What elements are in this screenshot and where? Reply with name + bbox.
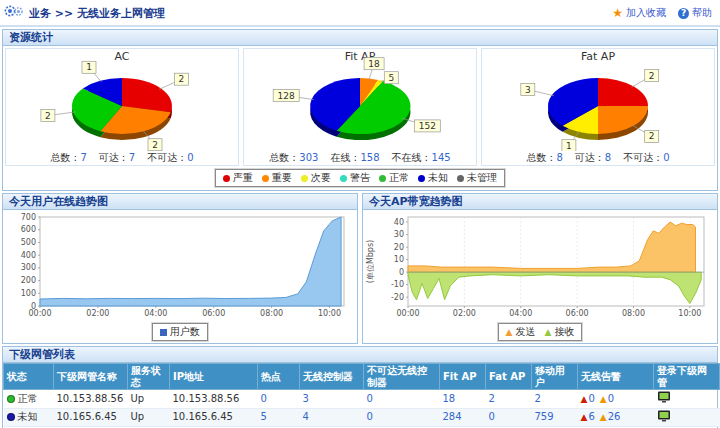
breadcrumb[interactable]: 业务 >> 无线业务上网管理 — [29, 6, 165, 21]
fit-ap-count-cell[interactable]: 284 — [440, 408, 486, 427]
star-icon: ★ — [612, 8, 623, 18]
pie-charts-row: AC2221总数：7可达：7不可达：0Fit AP185152128总数：303… — [3, 46, 717, 168]
svg-text:06:00: 06:00 — [566, 309, 589, 318]
user-online-trend-panel: 今天用户在线趋势图 010020030040050060070000:0002:… — [2, 193, 358, 344]
svg-text:04:00: 04:00 — [509, 309, 532, 318]
legend-item: 次要 — [301, 171, 331, 185]
svg-text:100: 100 — [21, 289, 36, 298]
column-header: 热点 — [258, 364, 300, 390]
svg-text:200: 200 — [21, 276, 36, 285]
svg-text:600: 600 — [21, 225, 36, 234]
svg-text:08:00: 08:00 — [260, 309, 283, 318]
svg-text:1: 1 — [566, 141, 572, 151]
top-links: ★ 加入收藏 ? 帮助 — [612, 6, 712, 20]
svg-text:(单位Mbps): (单位Mbps) — [366, 240, 375, 283]
svg-text:300: 300 — [21, 263, 36, 272]
legend-item: 警告 — [340, 171, 370, 185]
top-navigation-bar: 业务 >> 无线业务上网管理 ★ 加入收藏 ? 帮助 — [0, 0, 720, 27]
pie-summary: 总数：8可达：8不可达：0 — [482, 151, 714, 165]
wireless-alarm-cell[interactable]: ▲6▲26 — [578, 408, 654, 427]
svg-text:152: 152 — [419, 121, 436, 131]
add-favorite-link[interactable]: ★ 加入收藏 — [612, 6, 666, 20]
svg-text:1: 1 — [86, 62, 92, 72]
subordinate-nms-title: 下级网管列表 — [3, 347, 717, 363]
hotspot-count-cell[interactable]: 5 — [258, 408, 300, 427]
legend-dot — [379, 175, 386, 182]
wireless-alarm-cell[interactable]: ▲0▲0 — [578, 390, 654, 409]
unreachable-ac-count-cell[interactable]: 0 — [364, 408, 440, 427]
fat-ap-count-cell[interactable]: 0 — [486, 408, 532, 427]
fat-ap-count-cell[interactable]: 2 — [486, 390, 532, 409]
svg-text:10: 10 — [394, 255, 404, 264]
hotspot-count-cell[interactable]: 0 — [258, 390, 300, 409]
bandwidth-legend: ▲发送▲接收 — [498, 323, 583, 341]
column-header: 无线控制器 — [300, 364, 364, 390]
column-header: Fit AP — [440, 364, 486, 390]
help-label: 帮助 — [692, 6, 712, 20]
fit-ap-count-cell[interactable]: 18 — [440, 390, 486, 409]
svg-text:00:00: 00:00 — [28, 309, 51, 318]
pie-summary: 总数：303在线：158不在线：145 — [244, 151, 476, 165]
major-alarm-icon: ▲ — [600, 412, 607, 422]
status-dot-icon — [7, 413, 15, 421]
mobile-user-count-cell[interactable]: 759 — [532, 408, 578, 427]
ip-address-cell: 10.165.6.45 — [170, 408, 258, 427]
resource-statistics-panel: 资源统计 AC2221总数：7可达：7不可达：0Fit AP185152128总… — [2, 29, 718, 191]
status-legend: 严重重要次要警告正常未知未管理 — [215, 169, 505, 187]
svg-text:5: 5 — [388, 73, 394, 83]
login-nms-cell — [654, 408, 720, 427]
legend-item: 严重 — [223, 171, 253, 185]
column-header: Fat AP — [486, 364, 532, 390]
pie-summary: 总数：7可达：7不可达：0 — [6, 151, 238, 165]
unreachable-ac-count-cell[interactable]: 0 — [364, 390, 440, 409]
svg-text:128: 128 — [278, 91, 295, 101]
column-header: 下级网管名称 — [54, 364, 128, 390]
svg-text:10:00: 10:00 — [318, 309, 341, 318]
svg-text:20: 20 — [394, 243, 404, 252]
mobile-user-count-cell[interactable]: 2 — [532, 390, 578, 409]
svg-text:500: 500 — [21, 238, 36, 247]
login-nms-icon[interactable] — [657, 413, 671, 424]
status-cell: 正常 — [4, 390, 54, 409]
svg-text:06:00: 06:00 — [202, 309, 225, 318]
svg-text:40: 40 — [394, 218, 404, 227]
help-icon: ? — [678, 8, 689, 19]
svg-text:2: 2 — [179, 74, 185, 84]
user-online-trend-chart: 010020030040050060070000:0002:0004:0006:… — [4, 211, 356, 323]
ap-bandwidth-trend-chart: -20-1001020304000:0002:0004:0006:0008:00… — [364, 211, 716, 323]
subordinate-nms-table: 状态下级网管名称服务状态IP地址热点无线控制器不可达无线控制器Fit APFat… — [3, 363, 720, 428]
critical-alarm-icon: ▲ — [581, 394, 588, 404]
column-header: IP地址 — [170, 364, 258, 390]
legend-dot — [340, 175, 347, 182]
svg-text:08:00: 08:00 — [622, 309, 645, 318]
column-header: 登录下级网管 — [654, 364, 720, 390]
service-status-cell: Up — [128, 408, 170, 427]
ac-count-cell[interactable]: 4 — [300, 408, 364, 427]
svg-text:2: 2 — [45, 111, 51, 121]
legend-item: ▲接收 — [545, 325, 575, 339]
nms-name-cell[interactable]: 10.153.88.56 — [54, 390, 128, 409]
svg-text:2: 2 — [152, 140, 158, 150]
svg-text:Fat AP: Fat AP — [581, 50, 615, 63]
column-header: 服务状态 — [128, 364, 170, 390]
help-link[interactable]: ? 帮助 — [678, 6, 712, 20]
svg-text:AC: AC — [114, 50, 129, 63]
svg-text:02:00: 02:00 — [86, 309, 109, 318]
table-row: 正常10.153.88.56Up10.153.88.560301822▲0▲0 — [4, 390, 720, 409]
nms-name-cell[interactable]: 10.165.6.45 — [54, 408, 128, 427]
user-trend-legend: 用户数 — [152, 323, 208, 341]
ac-count-cell[interactable]: 3 — [300, 390, 364, 409]
critical-alarm-icon: ▲ — [581, 412, 588, 422]
trend-charts-row: 今天用户在线趋势图 010020030040050060070000:0002:… — [0, 191, 720, 344]
app-logo-icon — [4, 4, 24, 22]
add-favorite-label: 加入收藏 — [626, 6, 666, 20]
column-header: 移动用户 — [532, 364, 578, 390]
svg-text:3: 3 — [525, 85, 531, 95]
ip-address-cell: 10.153.88.56 — [170, 390, 258, 409]
legend-dot — [301, 175, 308, 182]
login-nms-icon[interactable] — [657, 394, 671, 405]
svg-text:00:00: 00:00 — [396, 309, 419, 318]
legend-dot — [418, 175, 425, 182]
legend-dot — [223, 175, 230, 182]
subordinate-nms-panel: 下级网管列表 状态下级网管名称服务状态IP地址热点无线控制器不可达无线控制器Fi… — [2, 346, 718, 428]
